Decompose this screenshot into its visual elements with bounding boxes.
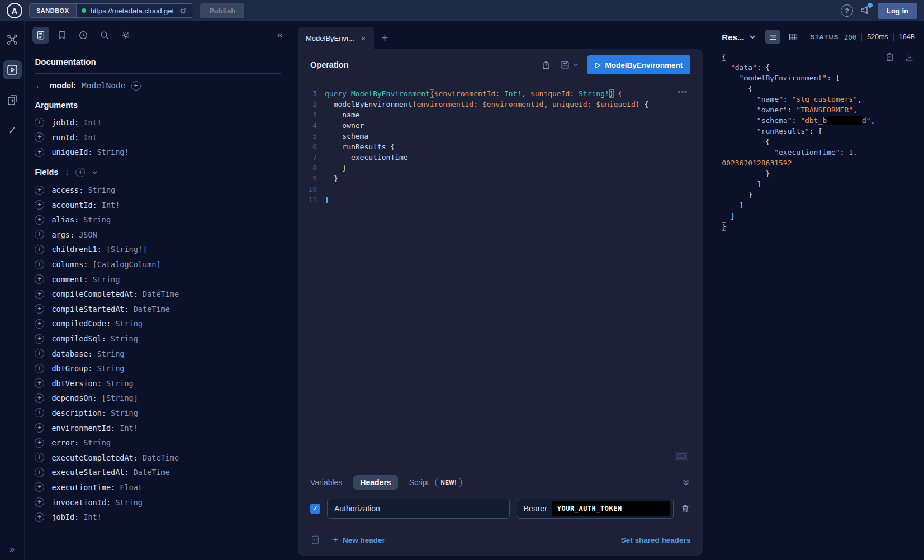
field-type[interactable]: String	[115, 319, 143, 328]
add-field-icon[interactable]	[35, 393, 44, 403]
add-field-icon[interactable]	[35, 274, 44, 284]
field-type[interactable]: Int!	[83, 512, 102, 521]
field-name[interactable]: comment:	[51, 275, 88, 284]
endpoint-settings-gear-icon[interactable]	[178, 6, 188, 16]
field-name[interactable]: compileCompletedAt:	[51, 290, 138, 298]
add-field-icon[interactable]	[35, 378, 44, 388]
argument-type[interactable]: String!	[97, 148, 129, 156]
argument-name[interactable]: runId:	[51, 133, 79, 142]
field-name[interactable]: compiledCode:	[51, 319, 111, 328]
field-type[interactable]: String	[111, 334, 138, 343]
add-field-icon[interactable]	[35, 468, 44, 477]
field-name[interactable]: columns:	[51, 260, 88, 269]
argument-type[interactable]: Int!	[83, 118, 102, 127]
add-field-icon[interactable]	[35, 408, 44, 417]
field-type[interactable]: String	[97, 349, 125, 358]
response-body[interactable]: {"data": {"modelByEnvironment": [{"name"…	[722, 53, 915, 560]
search-icon[interactable]	[96, 27, 113, 44]
field-name[interactable]: jobId:	[51, 512, 79, 521]
bookmark-icon[interactable]	[54, 27, 70, 44]
field-type[interactable]: String	[83, 438, 111, 447]
argument-type[interactable]: Int	[83, 133, 97, 142]
endpoint-url-input[interactable]: https://metadata.cloud.get	[77, 4, 193, 17]
field-name[interactable]: accountId:	[51, 201, 97, 210]
fields-chevron-down-icon[interactable]	[92, 169, 98, 175]
argument-name[interactable]: uniqueId:	[51, 148, 92, 156]
field-name[interactable]: compiledSql:	[51, 334, 106, 343]
field-name[interactable]: error:	[51, 438, 79, 447]
table-view-toggle-icon[interactable]	[785, 30, 800, 44]
field-name[interactable]: database:	[51, 349, 92, 358]
add-field-icon[interactable]	[35, 290, 44, 299]
field-type[interactable]: DateTime	[143, 290, 179, 298]
help-icon[interactable]: ?	[841, 4, 853, 17]
announcements-icon[interactable]	[860, 4, 871, 17]
add-field-icon[interactable]	[35, 482, 44, 492]
set-shared-headers-link[interactable]: Set shared headers	[621, 536, 691, 544]
add-field-icon[interactable]	[35, 497, 44, 507]
field-type[interactable]: String	[88, 186, 115, 194]
add-field-icon[interactable]	[35, 215, 44, 225]
add-field-icon[interactable]	[35, 230, 44, 239]
field-name[interactable]: compileStartedAt:	[51, 305, 129, 314]
add-field-icon[interactable]	[35, 334, 44, 344]
field-type[interactable]: String	[93, 275, 120, 284]
tab-script[interactable]: Script	[409, 478, 429, 487]
add-argument-icon[interactable]	[35, 118, 44, 127]
field-type[interactable]: DateTime	[134, 468, 170, 477]
field-name[interactable]: executeStartedAt:	[51, 468, 129, 477]
header-presets-icon[interactable]	[310, 535, 320, 545]
add-field-icon[interactable]	[35, 349, 44, 358]
add-field-icon[interactable]	[35, 200, 44, 210]
settings-gear-icon[interactable]	[117, 27, 134, 44]
keyboard-shortcuts-icon[interactable]	[675, 452, 688, 461]
field-name[interactable]: invocationId:	[51, 498, 111, 507]
add-field-icon[interactable]	[35, 423, 44, 433]
new-tab-icon[interactable]: +	[382, 32, 388, 45]
add-field-icon[interactable]	[131, 81, 141, 91]
field-name[interactable]: args:	[51, 230, 74, 239]
field-name[interactable]: executeCompletedAt:	[51, 453, 138, 462]
editor-overflow-menu-icon[interactable]: •••	[678, 88, 689, 96]
field-type[interactable]: String	[97, 364, 125, 373]
add-field-icon[interactable]	[35, 304, 44, 314]
delete-header-trash-icon[interactable]	[680, 504, 690, 514]
history-icon[interactable]	[75, 27, 92, 44]
argument-name[interactable]: jobId:	[51, 118, 79, 127]
field-name[interactable]: dependsOn:	[51, 393, 97, 402]
tab-variables[interactable]: Variables	[310, 478, 342, 487]
auth-token-redacted[interactable]: YOUR_AUTH_TOKEN	[552, 501, 670, 516]
query-editor[interactable]: 1234567891011 query ModelByEnvironment($…	[298, 80, 703, 468]
add-all-fields-icon[interactable]	[75, 168, 85, 177]
query-code[interactable]: query ModelByEnvironment($environmentId:…	[325, 88, 703, 468]
add-field-icon[interactable]	[35, 364, 44, 373]
field-name[interactable]: access:	[51, 186, 83, 194]
share-icon[interactable]	[541, 60, 551, 70]
endpoint-url[interactable]: https://metadata.cloud.get	[91, 7, 174, 15]
raw-view-toggle-icon[interactable]	[765, 30, 780, 44]
download-response-icon[interactable]	[904, 53, 914, 62]
field-type[interactable]: Int!	[120, 424, 138, 433]
response-chevron-down-icon[interactable]	[749, 34, 756, 40]
field-type[interactable]: String	[115, 498, 143, 507]
field-name[interactable]: alias:	[51, 215, 79, 224]
login-button[interactable]: Log in	[878, 3, 917, 19]
field-type[interactable]: Int!	[102, 201, 120, 210]
documentation-tab-icon[interactable]	[32, 27, 49, 44]
field-type[interactable]: String	[83, 215, 111, 224]
header-key-input[interactable]: Authorization	[327, 499, 510, 519]
add-field-icon[interactable]	[35, 245, 44, 254]
add-field-icon[interactable]	[35, 438, 44, 448]
publish-button[interactable]: Publish	[200, 3, 244, 18]
back-arrow-icon[interactable]: ←	[35, 80, 44, 91]
expand-panel-icon[interactable]: »	[10, 544, 15, 554]
add-argument-icon[interactable]	[35, 132, 44, 142]
field-type[interactable]: [CatalogColumn]	[93, 260, 161, 269]
graph-icon[interactable]	[3, 30, 22, 49]
run-operation-button[interactable]: ▷ ModelByEnvironment	[587, 55, 690, 74]
field-type[interactable]: DateTime	[134, 305, 170, 314]
field-name[interactable]: description:	[51, 409, 106, 417]
new-header-button[interactable]: + New header	[333, 534, 385, 545]
add-argument-icon[interactable]	[35, 148, 44, 157]
header-value-input[interactable]: Bearer YOUR_AUTH_TOKEN	[517, 499, 674, 519]
